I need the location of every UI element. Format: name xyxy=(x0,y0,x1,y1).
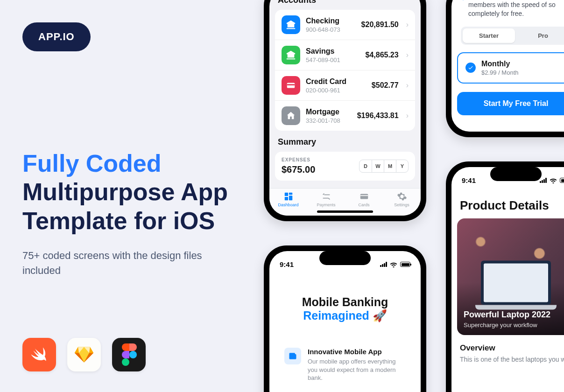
diamond-icon xyxy=(458,0,468,2)
phone-pricing: Transfer money to friends and members wi… xyxy=(446,0,564,137)
home-indicator xyxy=(317,210,373,213)
bank-icon xyxy=(282,15,300,34)
hero-title: Powerful Laptop 2022 xyxy=(464,310,550,320)
signal-icon xyxy=(540,178,547,183)
expenses-value: $675.00 xyxy=(282,164,315,175)
wallet-icon xyxy=(284,348,301,364)
tab-dashboard[interactable]: Dashboard xyxy=(269,191,307,207)
svg-rect-0 xyxy=(288,24,289,27)
battery-icon xyxy=(400,262,410,267)
svg-rect-5 xyxy=(287,84,295,85)
chevron-right-icon: › xyxy=(406,51,409,59)
tab-cards[interactable]: Cards xyxy=(345,191,383,207)
overview-text: This is one of the best laptops you w xyxy=(451,356,564,363)
expenses-label: EXPENSES xyxy=(282,157,315,162)
overview-heading: Overview xyxy=(451,335,564,356)
chevron-right-icon: › xyxy=(406,21,409,29)
account-row-savings[interactable]: Savings547-089-001 $4,865.23› xyxy=(275,40,415,70)
plan-monthly[interactable]: Monthly $2.99 / Month xyxy=(457,52,564,84)
tab-payments[interactable]: Payments xyxy=(307,191,345,207)
tab-settings[interactable]: Settings xyxy=(383,191,421,207)
status-time: 9:41 xyxy=(462,176,476,184)
chevron-right-icon: › xyxy=(406,112,409,120)
phone-product: 9:41 Product Details Powerful Laptop 202… xyxy=(446,161,564,392)
svg-rect-7 xyxy=(289,193,292,195)
chevron-right-icon: › xyxy=(406,81,409,90)
headline-rest: Multipurpose App Template for iOS xyxy=(22,178,228,234)
brand-badge: APP.IO xyxy=(22,22,91,51)
wifi-icon xyxy=(550,178,557,183)
sketch-icon xyxy=(67,338,101,371)
laptop-illustration xyxy=(481,260,551,305)
account-row-mortgage[interactable]: Mortgage332-001-708 $196,433.81› xyxy=(275,100,415,131)
swift-icon xyxy=(22,338,56,371)
product-hero-image[interactable]: Powerful Laptop 2022 Supercharge your wo… xyxy=(457,218,564,335)
svg-rect-13 xyxy=(289,353,296,355)
bank-icon xyxy=(282,46,300,64)
signal-icon xyxy=(380,262,387,267)
battery-icon xyxy=(560,178,564,183)
svg-rect-10 xyxy=(360,194,368,199)
pricing-blurb: Transfer money to friends and members wi… xyxy=(459,0,564,18)
feature-row: Innovative Mobile App Our mobile app off… xyxy=(280,343,410,387)
product-title: Product Details xyxy=(451,184,564,218)
svg-rect-1 xyxy=(289,24,290,27)
account-row-checking[interactable]: Checking900-648-073 $20,891.50› xyxy=(275,10,415,40)
start-trial-button[interactable]: Start My Free Trial xyxy=(457,92,564,115)
headline-accent: Fully Coded xyxy=(22,150,162,177)
tier-starter[interactable]: Starter xyxy=(463,28,515,43)
banking-title-b: Reimagined 🚀 xyxy=(269,309,421,322)
card-icon xyxy=(282,76,300,95)
status-time: 9:41 xyxy=(280,260,294,268)
tier-pro[interactable]: Pro xyxy=(517,28,564,43)
hero-subtitle: Supercharge your workflow xyxy=(464,322,550,329)
wifi-icon xyxy=(390,262,397,267)
phone-accounts: Accounts Checking900-648-073 $20,891.50›… xyxy=(264,0,426,221)
accounts-title: Accounts xyxy=(269,0,421,10)
svg-rect-8 xyxy=(289,196,292,200)
summary-title: Summary xyxy=(269,131,421,152)
svg-rect-9 xyxy=(284,197,288,200)
svg-rect-3 xyxy=(293,24,294,27)
svg-rect-6 xyxy=(284,193,288,196)
subtitle: 75+ coded screens with the design files … xyxy=(22,248,242,278)
period-segment[interactable]: D W M Y xyxy=(359,160,409,173)
account-row-credit[interactable]: Credit Card020-000-961 $502.77› xyxy=(275,70,415,100)
home-icon xyxy=(282,106,300,125)
svg-rect-2 xyxy=(291,24,292,27)
phone-banking: 9:41 Mobile Banking Reimagined 🚀 Innovat… xyxy=(264,245,426,392)
svg-rect-11 xyxy=(360,195,368,196)
banking-title-a: Mobile Banking xyxy=(269,295,421,309)
figma-icon xyxy=(112,338,146,371)
tier-segment[interactable]: Starter Pro xyxy=(461,27,564,45)
headline: Fully Coded Multipurpose App Template fo… xyxy=(22,149,242,235)
check-icon xyxy=(465,63,476,73)
